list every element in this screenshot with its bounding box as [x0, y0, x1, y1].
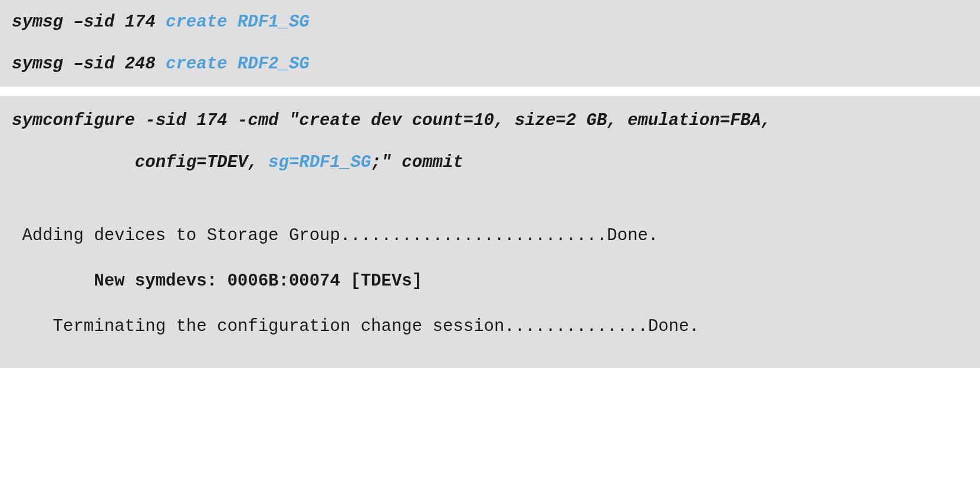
config-part: config=TDEV, [135, 153, 268, 172]
command-line-2: symsg –sid 248 create RDF2_SG [12, 53, 968, 77]
indent [12, 153, 135, 172]
commit-part: ;" commit [371, 153, 463, 172]
spacer [12, 248, 968, 270]
spacer [12, 294, 968, 315]
cmd2-highlight: create RDF2_SG [166, 54, 310, 74]
spacer [12, 175, 968, 224]
spacer [12, 133, 968, 151]
command-block-1: symsg –sid 174 create RDF1_SG symsg –sid… [0, 0, 980, 87]
new-symdevs-text: New symdevs: 0006B:00074 [TDEVs] [94, 271, 422, 291]
command-block-2: symconfigure -sid 174 -cmd "create dev c… [0, 96, 980, 368]
output-line-3: Terminating the configuration change ses… [12, 315, 968, 339]
indent [12, 271, 94, 291]
command-line-1: symsg –sid 174 create RDF1_SG [12, 11, 968, 35]
spacer [12, 35, 968, 53]
symconfigure-line-1: symconfigure -sid 174 -cmd "create dev c… [12, 109, 968, 133]
output-line-2: New symdevs: 0006B:00074 [TDEVs] [12, 270, 968, 294]
cmd1-highlight: create RDF1_SG [166, 12, 310, 32]
sg-highlight: sg=RDF1_SG [268, 153, 371, 172]
cmd2-base: symsg –sid 248 [12, 54, 166, 74]
cmd1-base: symsg –sid 174 [12, 12, 166, 32]
symconfigure-line-2: config=TDEV, sg=RDF1_SG;" commit [12, 151, 968, 175]
output-line-1: Adding devices to Storage Group.........… [12, 224, 968, 248]
